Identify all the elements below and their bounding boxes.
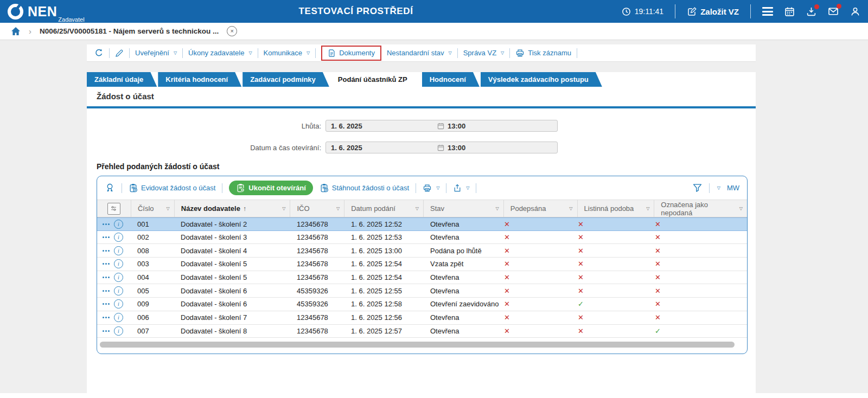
column-filter-icon[interactable]: ▽ [167, 206, 170, 211]
divider [675, 4, 675, 18]
table-row[interactable]: i005Dodavatel - školení 6453593261. 6. 2… [97, 284, 747, 298]
action-ukony-zadavatele[interactable]: Úkony zadavatele▽ [188, 49, 252, 57]
column-filter-icon[interactable]: ▽ [416, 206, 419, 211]
menu-icon[interactable] [762, 7, 773, 16]
cell-submitted-date: 1. 6. 2025 12:54 [344, 260, 424, 268]
action-tisk-zaznamu[interactable]: Tisk záznamu [515, 49, 571, 57]
filter-icon[interactable] [692, 183, 703, 193]
row-menu-icon[interactable] [103, 223, 110, 225]
table-row[interactable]: i003Dodavatel - školení 5123456781. 6. 2… [97, 258, 747, 271]
module-switcher[interactable]: MW [727, 184, 739, 192]
row-menu-icon[interactable] [103, 303, 110, 305]
x-icon: ✕ [578, 247, 589, 255]
tab-zadavaci-podminky[interactable]: Zadávací podmínky [242, 72, 329, 87]
column-header-ico[interactable]: IČO▽ [290, 200, 344, 217]
column-filter-icon[interactable]: ▽ [282, 206, 285, 211]
x-icon: ✕ [578, 313, 589, 322]
print-grid-button[interactable]: ▽ [423, 184, 439, 192]
action-uverejneni[interactable]: Uveřejnění▽ [135, 49, 177, 57]
table-row[interactable]: i002Dodavatel - školení 3123456781. 6. 2… [97, 231, 747, 245]
cell-number: 003 [131, 260, 174, 268]
row-menu-icon[interactable] [103, 250, 110, 252]
export-grid-button[interactable]: ▽ [453, 184, 469, 192]
row-menu-icon[interactable] [103, 236, 110, 238]
row-menu-icon[interactable] [103, 290, 110, 292]
tab-zakladni-udaje[interactable]: Základní údaje [87, 72, 157, 87]
deadline-date-value: 1. 6. 2025 [326, 122, 362, 130]
info-icon[interactable]: i [114, 233, 123, 242]
tab-kriteria-hodnoceni[interactable]: Kritéria hodnocení [158, 72, 241, 87]
downloads-button[interactable] [806, 7, 816, 17]
create-vz-button[interactable]: Založit VZ [687, 7, 739, 16]
cell-supplier-name: Dodavatel - školení 5 [174, 273, 290, 281]
breadcrumb-item[interactable]: N006/25/V00005181 - Nájem serverů s tech… [40, 27, 219, 35]
column-filter-icon[interactable]: ▽ [336, 206, 340, 211]
action-label: Nestandardní stav [387, 49, 444, 57]
content-panel: Základní údajeKritéria hodnoceníZadávací… [87, 72, 756, 393]
info-icon[interactable]: i [114, 313, 123, 322]
tab-podani-ucastniku-zp[interactable]: Podání účastníků ZP [330, 72, 421, 87]
table-row[interactable]: i008Dodavatel - školení 4123456781. 6. 2… [97, 244, 747, 258]
column-filter-icon[interactable]: ▽ [646, 206, 649, 211]
opening-datetime-field[interactable]: 1. 6. 2025 13:00 [326, 142, 558, 153]
column-header-cislo[interactable]: Číslo▽ [131, 200, 174, 217]
info-icon[interactable]: i [114, 273, 123, 282]
action-label: Komunikace [264, 49, 303, 57]
column-header-oznacena-jako-nepodana[interactable]: Označena jako nepodaná▽ [654, 200, 747, 217]
nen-logo[interactable]: NEN Zadavatel [8, 4, 85, 20]
column-header-podepsana[interactable]: Podepsána▽ [503, 200, 577, 217]
action-dokumenty[interactable]: Dokumenty [321, 46, 381, 61]
column-settings-button[interactable] [97, 200, 131, 217]
column-header-datum-podani[interactable]: Datum podání▽ [344, 200, 423, 217]
info-icon[interactable]: i [114, 246, 123, 255]
column-header-stav[interactable]: Stav▽ [423, 200, 503, 217]
tab-hodnoceni[interactable]: Hodnocení [422, 72, 480, 87]
table-row[interactable]: i007Dodavatel - školení 8123456781. 6. 2… [97, 325, 747, 338]
cell-submitted-date: 1. 6. 2025 12:56 [344, 313, 424, 322]
cell-paper-form: ✕ [578, 273, 655, 281]
cell-submitted-date: 1. 6. 2025 12:57 [344, 327, 424, 335]
info-icon[interactable]: i [114, 286, 123, 296]
tab-vysledek-zadavaciho-postupu[interactable]: Výsledek zadávacího postupu [481, 72, 602, 87]
table-row[interactable]: i009Dodavatel - školení 6453593261. 6. 2… [97, 298, 747, 311]
close-icon[interactable]: × [227, 26, 237, 36]
action-komunikace[interactable]: Komunikace▽ [264, 49, 310, 57]
column-header-nazev-dodavatele[interactable]: Název dodavatele↑▽ [174, 200, 290, 217]
messages-button[interactable] [828, 6, 839, 17]
action-refresh[interactable] [94, 48, 104, 57]
deadline-field[interactable]: 1. 6. 2025 13:00 [326, 120, 558, 132]
finish-opening-button[interactable]: Ukončit otevírání [229, 181, 312, 195]
table-row[interactable]: i001Dodavatel - školení 2123456781. 6. 2… [97, 217, 747, 231]
info-icon[interactable]: i [114, 299, 123, 309]
row-actions-cell: i [97, 246, 131, 255]
cell-paper-form: ✓ [578, 300, 655, 308]
calendar-icon[interactable] [784, 7, 795, 17]
info-icon[interactable]: i [114, 220, 123, 229]
column-header-listinna-podoba[interactable]: Listinná podoba▽ [577, 200, 654, 217]
award-ribbon-icon[interactable] [105, 183, 115, 193]
cell-number: 007 [131, 327, 174, 335]
top-bar: NEN Zadavatel TESTOVACÍ PROSTŘEDÍ 19:11:… [0, 0, 868, 23]
horizontal-scrollbar[interactable] [97, 338, 747, 352]
row-menu-icon[interactable] [103, 317, 110, 318]
chevron-down-icon[interactable]: ▽ [717, 185, 720, 190]
action-nestandardni-stav[interactable]: Nestandardní stav▽ [387, 49, 452, 57]
action-sprava-vz[interactable]: Správa VZ▽ [463, 49, 505, 57]
info-icon[interactable]: i [114, 326, 123, 336]
row-menu-icon[interactable] [103, 263, 110, 265]
clipboard-icon [129, 183, 138, 192]
table-row[interactable]: i004Dodavatel - školení 5123456781. 6. 2… [97, 271, 747, 285]
column-filter-icon[interactable]: ▽ [569, 206, 572, 211]
home-icon[interactable] [11, 27, 21, 36]
row-menu-icon[interactable] [103, 330, 110, 332]
register-request-button[interactable]: Evidovat žádost o účast [129, 183, 215, 192]
user-profile-icon[interactable] [850, 7, 860, 17]
row-menu-icon[interactable] [103, 277, 110, 278]
action-edit[interactable] [115, 49, 124, 57]
download-requests-button[interactable]: Stáhnout žádosti o účast [320, 183, 409, 192]
scrollbar-thumb[interactable] [100, 342, 735, 348]
column-filter-icon[interactable]: ▽ [496, 206, 499, 211]
table-row[interactable]: i006Dodavatel - školení 7123456781. 6. 2… [97, 311, 747, 325]
column-filter-icon[interactable]: ▽ [739, 206, 743, 211]
info-icon[interactable]: i [114, 259, 123, 268]
